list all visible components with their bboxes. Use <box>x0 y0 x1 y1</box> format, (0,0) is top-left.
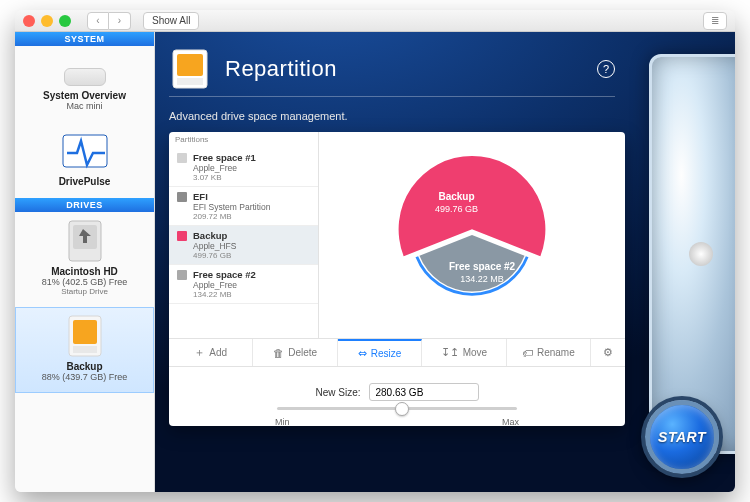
repartition-panel: Partitions Free space #1Apple_Free3.07 K… <box>169 132 625 426</box>
resize-icon: ⇔ <box>358 347 367 360</box>
toolbar-label: Add <box>209 347 227 358</box>
slider-knob[interactable] <box>395 402 409 416</box>
sidebar-item-system-overview[interactable]: System Overview Mac mini <box>15 46 154 122</box>
partition-fs: Apple_Free <box>193 280 256 290</box>
chart-slice-label-main: Backup499.76 GB <box>435 191 478 215</box>
sidebar-item-drivepulse[interactable]: DrivePulse <box>15 122 154 198</box>
partition-name: Backup <box>193 230 236 241</box>
zoom-window-icon[interactable] <box>59 15 71 27</box>
svg-rect-9 <box>177 78 203 85</box>
page-title: Repartition <box>225 56 337 82</box>
partition-color-swatch <box>177 270 187 280</box>
svg-rect-5 <box>73 320 97 344</box>
svg-rect-8 <box>177 54 203 76</box>
delete-button[interactable]: 🗑Delete <box>253 339 337 366</box>
page-header: Repartition ? <box>169 48 615 90</box>
chevron-left-icon: ‹ <box>96 15 99 26</box>
partition-size: 134.22 MB <box>193 290 256 299</box>
options-button[interactable]: ⚙ <box>591 339 625 366</box>
toolbar-label: Move <box>463 347 487 358</box>
partition-size: 499.76 GB <box>193 251 236 260</box>
partition-name: Free space #2 <box>193 269 256 280</box>
external-drive-icon <box>54 315 116 357</box>
chart-slice-label-sub: Free space #2134.22 MB <box>449 261 515 285</box>
sidebar-item-label: Macintosh HD <box>19 266 150 277</box>
close-window-icon[interactable] <box>23 15 35 27</box>
start-label: START <box>658 429 706 445</box>
sidebar-item-label: Backup <box>19 361 150 372</box>
trash-icon: 🗑 <box>273 347 284 359</box>
sidebar-section-drives: DRIVES <box>15 198 154 212</box>
resize-button[interactable]: ⇔Resize <box>338 339 422 366</box>
nav-forward-button[interactable]: › <box>109 12 131 30</box>
show-all-button[interactable]: Show All <box>143 12 199 30</box>
internal-drive-icon <box>54 220 116 262</box>
slider-max-label: Max <box>502 417 519 427</box>
list-icon: ≣ <box>711 15 719 26</box>
partition-name: EFI <box>193 191 270 202</box>
start-button[interactable]: START <box>645 400 719 474</box>
partition-size: 209.72 MB <box>193 212 270 221</box>
move-icon: ↧↥ <box>441 346 459 359</box>
pie-chart-icon <box>377 155 567 315</box>
macmini-icon <box>64 68 106 86</box>
sidebar-item-sub: 88% (439.7 GB) Free <box>19 372 150 382</box>
harddrive-illustration-icon <box>649 54 735 454</box>
sidebar-item-macintosh-hd[interactable]: Macintosh HD 81% (402.5 GB) Free Startup… <box>15 212 154 307</box>
tag-icon: 🏷 <box>522 347 533 359</box>
partition-color-swatch <box>177 231 187 241</box>
view-list-button[interactable]: ≣ <box>703 12 727 30</box>
partition-size: 3.07 KB <box>193 173 256 182</box>
partition-row[interactable]: EFIEFI System Partition209.72 MB <box>169 187 318 226</box>
partition-chart: Backup499.76 GB Free space #2134.22 MB <box>319 132 625 338</box>
rename-button[interactable]: 🏷Rename <box>507 339 591 366</box>
toolbar-label: Delete <box>288 347 317 358</box>
partitions-list: Partitions Free space #1Apple_Free3.07 K… <box>169 132 319 338</box>
nav-back-forward: ‹ › <box>87 12 131 30</box>
plus-icon: ＋ <box>194 345 205 360</box>
nav-back-button[interactable]: ‹ <box>87 12 109 30</box>
minimize-window-icon[interactable] <box>41 15 53 27</box>
new-size-label: New Size: <box>315 387 360 398</box>
svg-rect-0 <box>63 135 107 167</box>
sidebar-item-sub: 81% (402.5 GB) Free <box>19 277 150 287</box>
slider-min-label: Min <box>275 417 290 427</box>
gear-icon: ⚙ <box>603 346 613 359</box>
partitions-list-label: Partitions <box>175 135 208 144</box>
partition-color-swatch <box>177 192 187 202</box>
sidebar-item-sub2: Startup Drive <box>19 287 150 296</box>
sidebar: SYSTEM System Overview Mac mini DrivePul… <box>15 32 155 492</box>
svg-rect-6 <box>73 346 97 353</box>
sidebar-item-sub: Mac mini <box>19 101 150 111</box>
header-divider <box>169 96 615 97</box>
partition-row[interactable]: Free space #1Apple_Free3.07 KB <box>169 148 318 187</box>
partition-row[interactable]: BackupApple_HFS499.76 GB <box>169 226 318 265</box>
app-window: ‹ › Show All ≣ SYSTEM System Overview Ma… <box>15 10 735 492</box>
partition-row[interactable]: Free space #2Apple_Free134.22 MB <box>169 265 318 304</box>
move-button[interactable]: ↧↥Move <box>422 339 506 366</box>
size-slider[interactable]: Min Max <box>277 407 517 410</box>
partition-fs: EFI System Partition <box>193 202 270 212</box>
add-button[interactable]: ＋Add <box>169 339 253 366</box>
sidebar-section-system: SYSTEM <box>15 32 154 46</box>
resize-controls: New Size: Min Max <box>169 366 625 426</box>
titlebar: ‹ › Show All ≣ <box>15 10 735 32</box>
toolbar-label: Resize <box>371 348 402 359</box>
volume-icon <box>169 48 211 90</box>
help-icon: ? <box>603 63 609 75</box>
partition-fs: Apple_HFS <box>193 241 236 251</box>
partition-toolbar: ＋Add 🗑Delete ⇔Resize ↧↥Move 🏷Rename ⚙ <box>169 338 625 366</box>
sidebar-item-label: DrivePulse <box>19 176 150 187</box>
partition-name: Free space #1 <box>193 152 256 163</box>
sidebar-item-label: System Overview <box>19 90 150 101</box>
main-pane: Repartition ? Advanced drive space manag… <box>155 32 735 492</box>
toolbar-label: Rename <box>537 347 575 358</box>
chevron-right-icon: › <box>118 15 121 26</box>
page-subtitle: Advanced drive space management. <box>169 110 348 122</box>
sidebar-item-backup[interactable]: Backup 88% (439.7 GB) Free <box>15 307 154 393</box>
partition-color-swatch <box>177 153 187 163</box>
partition-fs: Apple_Free <box>193 163 256 173</box>
new-size-input[interactable] <box>369 383 479 401</box>
help-button[interactable]: ? <box>597 60 615 78</box>
drivepulse-icon <box>54 130 116 172</box>
